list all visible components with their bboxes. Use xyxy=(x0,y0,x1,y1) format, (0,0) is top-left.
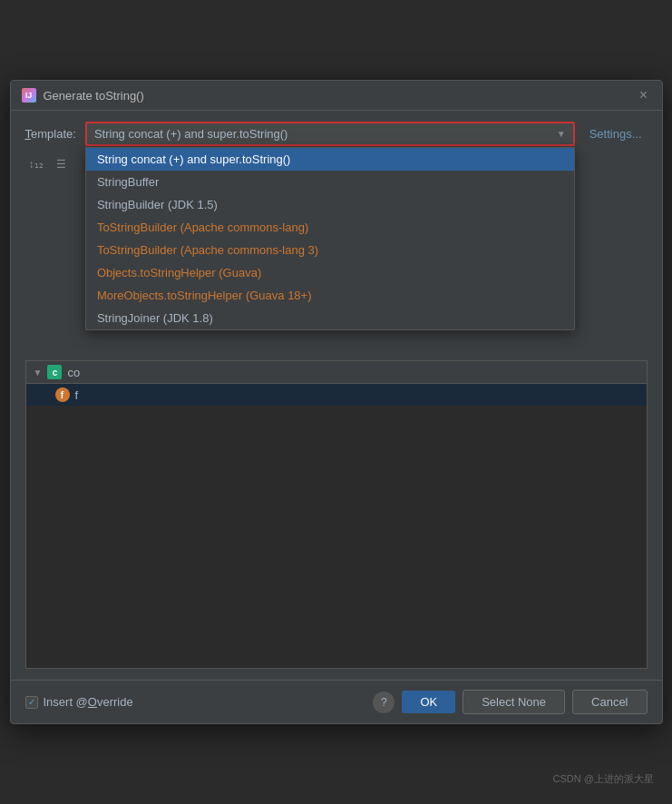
settings-button[interactable]: Settings... xyxy=(584,123,648,144)
app-icon: IJ xyxy=(22,88,36,103)
checkbox[interactable] xyxy=(25,696,38,709)
content-header: ▼ c co xyxy=(26,361,647,384)
class-name-label: co xyxy=(67,366,80,379)
field-row: f f xyxy=(26,384,647,406)
dropdown-item-7[interactable]: StringJoiner (JDK 1.8) xyxy=(86,307,574,329)
content-area: ▼ c co f f xyxy=(25,360,648,669)
field-badge: f xyxy=(55,387,70,402)
dropdown-item-2[interactable]: StringBuilder (JDK 1.5) xyxy=(86,193,574,216)
template-label: Template: xyxy=(25,127,76,141)
template-selected-value: String concat (+) and super.toString() xyxy=(94,127,553,141)
dropdown-popup: String concat (+) and super.toString() S… xyxy=(85,147,575,330)
template-dropdown-container: String concat (+) and super.toString() ▼… xyxy=(85,122,575,146)
field-badge-label: f xyxy=(61,390,63,400)
dropdown-item-5[interactable]: Objects.toStringHelper (Guava) xyxy=(86,261,574,284)
dropdown-item-3[interactable]: ToStringBuilder (Apache commons-lang) xyxy=(86,216,574,239)
class-badge-label: c xyxy=(53,368,58,377)
insert-override-checkbox[interactable]: Insert @Override xyxy=(25,695,133,709)
template-row: Template: String concat (+) and super.to… xyxy=(25,122,648,146)
dropdown-arrow-icon: ▼ xyxy=(557,129,566,139)
chevron-icon: ▼ xyxy=(34,368,43,377)
close-button[interactable]: × xyxy=(637,88,651,103)
cancel-button[interactable]: Cancel xyxy=(572,690,647,714)
class-badge: c xyxy=(47,365,62,379)
help-button[interactable]: ? xyxy=(373,691,394,713)
empty-content-area xyxy=(26,406,647,668)
field-name-label: f xyxy=(75,388,79,402)
dropdown-item-0[interactable]: String concat (+) and super.toString() xyxy=(86,148,574,171)
bottom-bar: Insert @Override ? OK Select None Cancel xyxy=(11,680,662,723)
title-bar: IJ Generate toString() × xyxy=(11,81,662,111)
watermark: CSDN @上进的派大星 xyxy=(553,772,654,786)
dropdown-item-1[interactable]: StringBuffer xyxy=(86,171,574,193)
dropdown-item-6[interactable]: MoreObjects.toStringHelper (Guava 18+) xyxy=(86,284,574,307)
filter-button[interactable]: ☰ xyxy=(51,153,73,175)
dropdown-item-4[interactable]: ToStringBuilder (Apache commons-lang 3) xyxy=(86,239,574,261)
dialog-title: Generate toString() xyxy=(44,89,144,103)
sort-button[interactable]: ↕₁₂ xyxy=(25,153,47,175)
sort-icon: ↕₁₂ xyxy=(29,158,44,171)
select-none-button[interactable]: Select None xyxy=(463,690,565,714)
title-bar-left: IJ Generate toString() xyxy=(22,88,144,103)
dialog-body: Template: String concat (+) and super.to… xyxy=(11,111,662,680)
ok-button[interactable]: OK xyxy=(402,691,455,713)
generate-tostring-dialog: IJ Generate toString() × Template: Strin… xyxy=(10,80,663,724)
checkbox-label: Insert @Override xyxy=(44,695,133,709)
template-dropdown[interactable]: String concat (+) and super.toString() ▼ xyxy=(85,122,575,146)
filter-icon: ☰ xyxy=(56,158,66,171)
